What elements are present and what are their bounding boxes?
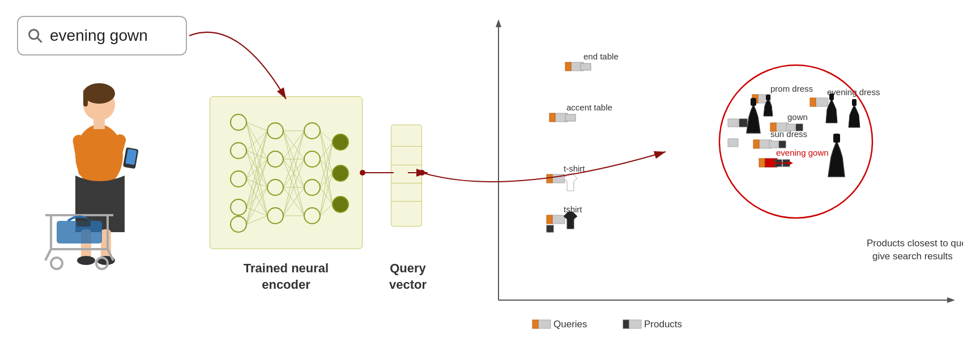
svg-point-32: [304, 151, 320, 167]
svg-text:t-shirt: t-shirt: [564, 164, 585, 173]
svg-point-37: [333, 196, 348, 212]
svg-point-24: [231, 171, 246, 187]
svg-point-22: [231, 114, 246, 130]
query-vector-box: [391, 125, 422, 226]
svg-rect-102: [552, 215, 565, 224]
svg-point-23: [231, 143, 246, 159]
search-icon: [27, 28, 43, 44]
svg-line-42: [246, 131, 267, 151]
query-vector-label: Query vector: [377, 260, 439, 293]
svg-rect-139: [538, 320, 551, 328]
svg-text:sun dress: sun dress: [770, 129, 807, 139]
svg-point-13: [77, 256, 95, 265]
svg-rect-99: [552, 174, 565, 183]
svg-line-77: [320, 142, 333, 159]
svg-rect-92: [565, 62, 571, 71]
svg-text:Queries: Queries: [553, 319, 587, 330]
embedding-chart: end table accent table t-shirt tshirt pr…: [442, 11, 963, 340]
svg-point-30: [267, 208, 283, 224]
svg-text:Products: Products: [644, 319, 682, 330]
svg-point-18: [51, 258, 62, 269]
svg-rect-97: [565, 114, 576, 121]
svg-marker-89: [947, 297, 955, 303]
svg-point-27: [267, 123, 283, 139]
svg-rect-6: [93, 118, 105, 129]
svg-rect-108: [766, 95, 770, 100]
svg-rect-130: [833, 134, 840, 143]
svg-rect-110: [816, 98, 828, 106]
search-query-text: evening gown: [50, 27, 148, 45]
svg-rect-113: [852, 99, 857, 106]
svg-point-0: [29, 30, 39, 39]
svg-point-29: [267, 180, 283, 195]
svg-rect-143: [623, 320, 629, 328]
svg-rect-121: [753, 140, 759, 148]
svg-rect-122: [769, 141, 778, 148]
svg-rect-132: [739, 119, 747, 127]
qv-cell-4: [391, 186, 421, 202]
qv-cell-3: [391, 168, 421, 183]
svg-point-35: [333, 134, 348, 150]
svg-text:end table: end table: [583, 52, 619, 61]
svg-rect-131: [728, 119, 738, 127]
svg-rect-123: [779, 141, 786, 148]
svg-point-25: [231, 199, 246, 215]
svg-point-3: [83, 83, 115, 104]
svg-line-38: [246, 122, 267, 131]
svg-text:Products closest to query: Products closest to query: [867, 238, 963, 249]
svg-line-82: [320, 187, 333, 204]
svg-point-36: [333, 165, 348, 181]
svg-point-31: [304, 123, 320, 139]
svg-text:prom dress: prom dress: [770, 84, 813, 93]
encoder-label: Trained neural encoder: [210, 260, 363, 293]
svg-rect-133: [728, 139, 738, 147]
svg-line-16: [45, 249, 51, 260]
svg-rect-111: [810, 98, 816, 106]
svg-rect-93: [581, 63, 591, 70]
svg-text:accent table: accent table: [566, 102, 612, 112]
svg-point-33: [304, 180, 320, 195]
svg-marker-87: [496, 19, 501, 27]
svg-rect-142: [629, 320, 641, 328]
qv-cell-2: [391, 149, 421, 165]
neural-network-diagram: [210, 97, 363, 250]
svg-rect-126: [759, 159, 765, 167]
svg-line-51: [246, 159, 267, 207]
svg-rect-96: [549, 113, 555, 122]
main-container: evening gown: [0, 0, 980, 359]
svg-point-26: [231, 216, 246, 232]
svg-rect-140: [532, 320, 538, 328]
svg-line-57: [246, 216, 267, 224]
svg-point-28: [267, 151, 283, 167]
svg-text:evening gown: evening gown: [776, 148, 829, 157]
encoder-box: [210, 96, 363, 249]
person-cart-illustration: [17, 68, 147, 283]
svg-line-52: [246, 187, 267, 207]
svg-rect-100: [547, 174, 552, 183]
svg-line-46: [246, 131, 267, 179]
svg-rect-103: [547, 215, 552, 224]
svg-rect-129: [751, 98, 756, 106]
search-box[interactable]: evening gown: [17, 16, 187, 55]
svg-rect-4: [83, 89, 88, 106]
svg-point-34: [304, 208, 320, 224]
svg-rect-21: [76, 218, 91, 226]
svg-line-1: [37, 38, 42, 42]
qv-cell-1: [391, 131, 421, 147]
svg-text:give search results: give search results: [872, 251, 953, 262]
svg-marker-136: [789, 161, 793, 165]
svg-rect-112: [829, 93, 834, 100]
qv-cell-5: [391, 204, 421, 220]
svg-text:gown: gown: [787, 112, 808, 122]
svg-rect-104: [547, 225, 553, 232]
svg-rect-12: [101, 229, 111, 260]
